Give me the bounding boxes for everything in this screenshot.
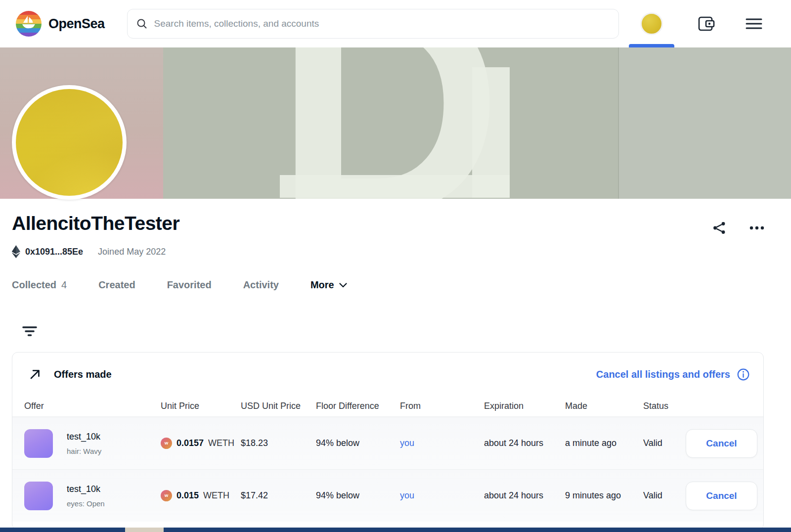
price-currency: WETH [208,438,234,448]
profile-tabs: Collected 4 Created Favorited Activity M… [12,279,347,291]
made-time: 9 minutes ago [565,490,643,501]
profile-meta: 0x1091...85Ee Joined May 2022 [12,245,779,258]
item-thumbnail[interactable] [24,482,53,510]
nav-avatar [640,12,663,35]
price-value: 0.015 [176,490,199,501]
tab-favorited[interactable]: Favorited [167,279,212,291]
tab-collected-count: 4 [61,279,67,291]
status-label: Valid [643,438,686,448]
tab-more-label: More [310,279,334,291]
offers-panel-header: Offers made Cancel all listings and offe… [12,353,763,396]
opensea-home-link[interactable]: OpenSea [16,11,105,37]
from-link[interactable]: you [400,490,484,501]
search-input[interactable] [154,18,610,29]
top-navigation: OpenSea [0,0,791,47]
tab-collected[interactable]: Collected 4 [12,279,67,291]
unit-price-cell: W 0.0157 WETH [161,438,241,449]
floor-difference: 94% below [316,490,400,501]
floor-difference: 94% below [316,438,400,448]
chevron-down-icon [339,283,347,288]
info-icon[interactable] [737,368,749,381]
offers-made-panel: Offers made Cancel all listings and offe… [12,352,764,530]
filter-icon [22,326,37,337]
active-tab-indicator [629,44,674,47]
col-expiration: Expiration [484,401,565,411]
offers-table-header: Offer Unit Price USD Unit Price Floor Di… [12,396,763,417]
col-offer: Offer [24,401,161,411]
nav-right-controls [628,0,771,47]
col-made: Made [565,401,643,411]
made-time: a minute ago [565,438,643,448]
weth-icon: W [161,438,172,449]
tab-created[interactable]: Created [98,279,135,291]
nav-profile-button[interactable] [628,0,675,47]
col-floor-difference: Floor Difference [316,401,400,411]
item-trait: hair: Wavy [67,447,101,455]
item-thumbnail[interactable] [24,429,53,458]
usd-price: $17.42 [241,490,316,501]
tab-favorited-label: Favorited [167,279,212,291]
wallet-button[interactable] [689,0,724,47]
price-value: 0.0157 [176,438,204,448]
menu-button[interactable] [737,0,771,47]
tab-more[interactable]: More [310,279,347,291]
offers-panel-title: Offers made [54,369,112,380]
wallet-address[interactable]: 0x1091...85Ee [25,247,83,257]
status-label: Valid [643,490,686,501]
profile-actions [713,222,764,234]
tab-activity[interactable]: Activity [243,279,279,291]
wallet-icon [698,16,715,31]
expiration: about 24 hours [484,490,565,501]
tab-activity-label: Activity [243,279,279,291]
usd-price: $18.23 [241,438,316,448]
offer-item-cell[interactable]: test_10k eyes: Open [24,482,161,510]
share-icon [713,222,726,234]
expiration: about 24 hours [484,438,565,448]
tab-created-label: Created [98,279,135,291]
search-icon [136,18,147,29]
profile-avatar-image [16,89,123,196]
cancel-all-label: Cancel all listings and offers [596,369,730,380]
item-name[interactable]: test_10k [67,432,101,442]
profile-header: AllencitoTheTester 0x1091...85Ee Joined … [12,213,779,258]
brand-name: OpenSea [48,16,105,32]
ethereum-icon [12,245,20,258]
offer-item-cell[interactable]: test_10k hair: Wavy [24,429,161,458]
col-from: From [400,401,484,411]
item-name[interactable]: test_10k [67,484,105,494]
banner-right-stripe [619,47,791,199]
profile-name: AllencitoTheTester [12,213,779,234]
ellipsis-icon [749,226,764,230]
offers-panel-title-group: Offers made [29,368,112,380]
footer-bar [0,528,791,532]
offer-row-2: test_10k eyes: Open W 0.015 WETH $17.42 … [12,469,763,522]
item-trait: eyes: Open [67,499,105,508]
price-currency: WETH [203,490,229,501]
cancel-all-link[interactable]: Cancel all listings and offers [596,368,749,381]
col-status: Status [643,401,686,411]
external-arrow-icon [29,368,41,380]
share-button[interactable] [713,222,726,234]
cancel-offer-button[interactable]: Cancel [686,482,757,510]
unit-price-cell: W 0.015 WETH [161,490,241,501]
from-link[interactable]: you [400,438,484,448]
more-options-button[interactable] [749,226,764,230]
joined-date: Joined May 2022 [98,247,166,257]
banner-foot-glyph [280,175,510,198]
opensea-profile-page: OpenSea [0,0,791,532]
col-usd-unit-price: USD Unit Price [241,401,316,411]
hamburger-menu-icon [746,18,762,30]
tab-collected-label: Collected [12,279,56,291]
cancel-offer-button[interactable]: Cancel [686,429,757,458]
profile-avatar[interactable] [12,85,127,200]
filter-button[interactable] [19,320,41,342]
opensea-logo-icon [16,11,42,37]
col-unit-price: Unit Price [161,401,241,411]
banner-artwork: D [163,47,619,199]
weth-icon: W [161,490,172,501]
offer-row-1: test_10k hair: Wavy W 0.0157 WETH $18.23… [12,417,763,469]
search-bar[interactable] [127,9,619,39]
